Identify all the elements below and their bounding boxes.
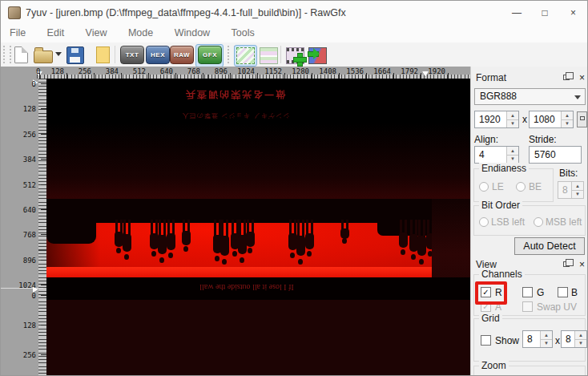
spinner-up[interactable]: ▲ — [506, 147, 518, 155]
g-channel-checkbox[interactable] — [522, 287, 533, 297]
spinner-up[interactable]: ▲ — [574, 331, 586, 339]
link-size-button[interactable] — [577, 111, 587, 127]
align-label: Align: — [474, 134, 498, 145]
soldier-silhouette — [167, 220, 175, 258]
spinner-up[interactable]: ▲ — [561, 111, 573, 119]
grid-group-label: Grid — [479, 313, 502, 324]
selection-tool-button[interactable] — [234, 45, 257, 67]
yellow-file-button[interactable] — [92, 45, 113, 64]
grid-width-spinbox[interactable]: 8 ▲▼ — [522, 330, 553, 348]
h-ruler-label: 384 — [95, 67, 119, 75]
toolbar-separator — [280, 46, 281, 63]
spinner-up[interactable]: ▲ — [540, 331, 552, 339]
lsb-radio — [479, 217, 489, 227]
red-highlight-box — [475, 281, 507, 305]
v-ruler-label: 384 — [10, 156, 36, 164]
float-dock-icon[interactable] — [563, 261, 570, 267]
menu-tools[interactable]: Tools — [223, 25, 264, 38]
grid-x-label: x — [555, 335, 560, 346]
grid-show-label: Show — [495, 335, 519, 346]
g-channel-label: G — [537, 287, 544, 298]
float-dock-icon[interactable] — [563, 75, 570, 80]
image-title-text: 做一名光荣的调查兵 — [159, 87, 311, 101]
grid-height-spinbox[interactable]: 8 ▲▼ — [561, 330, 587, 348]
title-bar: 7yuv - [juren.bmp (D:\ffmpeg_data\ffmpeg… — [1, 1, 587, 25]
menu-window[interactable]: Window — [166, 25, 219, 38]
v-ruler-label: 0 — [10, 292, 36, 300]
new-file-button[interactable] — [10, 45, 31, 64]
height-value: 1080 — [534, 114, 555, 125]
menu-view[interactable]: View — [77, 25, 116, 38]
channels-group-label: Channels — [479, 269, 525, 280]
v-ruler-tick — [41, 108, 46, 109]
soldier-silhouette — [220, 220, 229, 265]
close-dock-icon[interactable]: × — [579, 71, 585, 84]
h-ruler-label: 1408 — [312, 67, 336, 75]
soldier-silhouette — [305, 220, 314, 257]
v-ruler-label: 128 — [10, 321, 36, 330]
format-dock-header: Format × — [471, 70, 588, 86]
close-dock-icon[interactable]: × — [579, 258, 585, 271]
stride-field[interactable]: 5760 — [529, 146, 582, 164]
h-ruler-label: 640 — [149, 67, 173, 75]
lsb-label: LSB left — [491, 216, 525, 228]
h-ruler-label: 896 — [203, 67, 228, 75]
spinner-up[interactable]: ▲ — [506, 111, 518, 119]
v-ruler-label: 768 — [10, 231, 36, 239]
grid-show-checkbox[interactable] — [481, 335, 491, 346]
rows-tool-button[interactable] — [257, 45, 280, 67]
spinner-down[interactable]: ▼ — [574, 339, 586, 348]
window-title: 7yuv - [juren.bmp (D:\ffmpeg_data\ffmpeg… — [26, 7, 346, 18]
menu-edit[interactable]: Edit — [38, 25, 74, 38]
spinner-down[interactable]: ▼ — [506, 155, 518, 164]
add-frame-button[interactable] — [284, 45, 307, 67]
v-ruler-label: 256 — [10, 131, 36, 139]
gfx-mode-button[interactable]: GFX — [198, 46, 222, 64]
open-file-button[interactable] — [33, 45, 54, 64]
h-ruler-label: 768 — [176, 67, 200, 75]
app-icon — [8, 6, 21, 19]
pixel-format-value: BGR888 — [480, 91, 517, 102]
bits-value: 8 — [562, 184, 568, 196]
pixel-format-select[interactable]: BGR888 — [474, 88, 586, 105]
menu-mode[interactable]: Mode — [119, 25, 162, 38]
image-canvas[interactable]: 做一名光荣的调查兵 シンゲキノ キョジン 進撃の巨人 If I lose it … — [46, 79, 470, 376]
be-label: BE — [529, 181, 542, 192]
v-ruler-label: 640 — [10, 206, 36, 214]
b-channel-checkbox[interactable] — [558, 287, 568, 297]
v-ruler-tick — [41, 134, 46, 135]
endianess-group-label: Endianess — [479, 163, 529, 174]
v-ruler-tick — [41, 285, 46, 285]
spinner-down[interactable]: ▼ — [561, 119, 573, 128]
v-ruler-tick — [41, 159, 46, 160]
spinner-down[interactable]: ▼ — [506, 119, 518, 128]
h-ruler: 0128256384512640768896102411521280140815… — [1, 67, 470, 79]
close-button[interactable]: × — [559, 1, 587, 25]
width-spinbox[interactable]: 1920 ▲▼ — [474, 111, 519, 128]
grid-width-value: 8 — [527, 334, 533, 345]
bit-order-group-label: Bit Order — [479, 200, 522, 211]
selection-pattern-icon — [236, 47, 255, 64]
spinner-down: ▼ — [571, 190, 583, 199]
auto-detect-button[interactable]: Auto Detect — [514, 237, 585, 255]
save-button[interactable] — [65, 45, 86, 64]
txt-mode-button[interactable]: TXT — [120, 46, 144, 64]
align-spinbox[interactable]: 4 ▲▼ — [474, 146, 519, 164]
open-dropdown-arrow[interactable] — [55, 52, 62, 59]
height-spinbox[interactable]: 1080 ▲▼ — [529, 111, 574, 128]
plus-icon — [294, 54, 306, 66]
v-ruler-label: 896 — [10, 257, 36, 265]
spinner-down[interactable]: ▼ — [540, 339, 552, 348]
app-window: 7yuv - [juren.bmp (D:\ffmpeg_data\ffmpeg… — [0, 0, 588, 376]
v-ruler-label: 128 — [10, 105, 36, 113]
raw-mode-button[interactable]: RAW — [170, 46, 194, 64]
menu-file[interactable]: File — [1, 25, 34, 38]
b-channel-label: B — [571, 287, 578, 298]
minimize-button[interactable]: — — [502, 1, 531, 25]
zoom-group: Zoom — [473, 366, 586, 376]
hex-mode-button[interactable]: HEX — [146, 46, 170, 64]
next-frame-button[interactable] — [306, 45, 329, 67]
soldier-silhouette — [158, 220, 167, 263]
maximize-button[interactable]: □ — [530, 1, 559, 25]
h-ruler-label: 512 — [122, 67, 146, 75]
